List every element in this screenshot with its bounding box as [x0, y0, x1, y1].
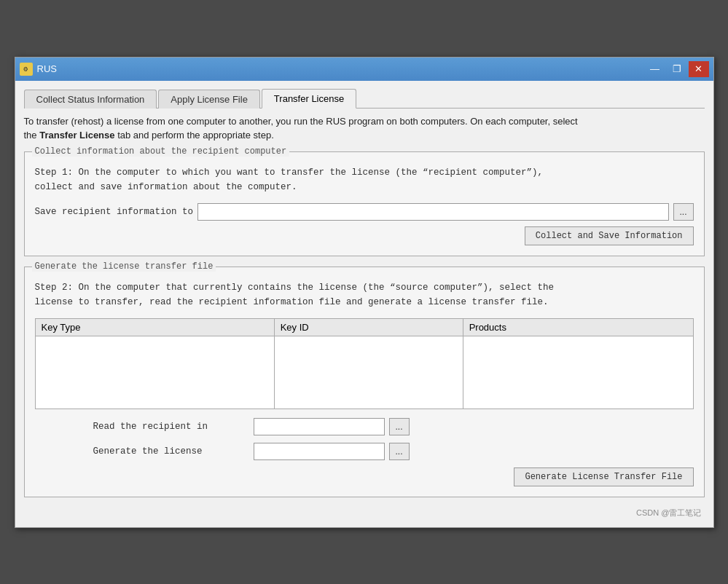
generate-transfer-btn-row: Generate License Transfer File: [35, 467, 694, 486]
tab-transfer-license[interactable]: Transfer License: [262, 89, 356, 108]
tab-bar: Collect Status Information Apply License…: [24, 88, 705, 108]
generate-license-label: Generate the license: [93, 446, 254, 457]
save-recipient-browse-btn[interactable]: ...: [673, 203, 694, 221]
read-recipient-browse-btn[interactable]: ...: [389, 418, 410, 435]
description-bold: Transfer License: [39, 130, 114, 141]
window-title: RUS: [37, 63, 57, 74]
collect-save-button[interactable]: Collect and Save Information: [525, 226, 694, 245]
generate-license-input[interactable]: [254, 443, 385, 460]
col-key-type: Key Type: [35, 318, 274, 336]
step1-text: Step 1: On the computer to which you wan…: [35, 165, 694, 194]
description-text: To transfer (rehost) a license from one …: [24, 114, 705, 143]
collect-btn-row: Collect and Save Information: [35, 226, 694, 245]
save-recipient-row: Save recipient information to ...: [35, 203, 694, 221]
generate-license-row: Generate the license ...: [35, 443, 694, 460]
read-recipient-input[interactable]: [254, 418, 385, 435]
minimize-button[interactable]: —: [645, 61, 665, 77]
restore-button[interactable]: ❐: [667, 61, 687, 77]
title-bar: ⚙ RUS — ❐ ✕: [15, 58, 713, 81]
collect-info-section: Collect information about the recipient …: [24, 151, 705, 256]
description-line3: tab and perform the appropriate step.: [115, 130, 274, 141]
title-bar-left: ⚙ RUS: [20, 63, 57, 76]
empty-cell-3: [463, 336, 693, 409]
license-table: Key Type Key ID Products: [35, 318, 694, 409]
tab-apply-license[interactable]: Apply License File: [158, 90, 260, 108]
collect-info-legend: Collect information about the recipient …: [32, 146, 290, 157]
generate-legend: Generate the license transfer file: [32, 261, 216, 272]
col-key-id: Key ID: [274, 318, 463, 336]
app-icon: ⚙: [20, 63, 33, 76]
main-window: ⚙ RUS — ❐ ✕ Collect Status Information A…: [15, 57, 714, 528]
save-recipient-input[interactable]: [197, 203, 668, 221]
close-button[interactable]: ✕: [689, 61, 709, 77]
col-products: Products: [463, 318, 693, 336]
empty-cell-2: [274, 336, 463, 409]
step2-text: Step 2: On the computer that currently c…: [35, 280, 694, 309]
table-empty-row: [35, 336, 693, 409]
empty-cell-1: [35, 336, 274, 409]
read-recipient-label: Read the recipient in: [93, 422, 254, 432]
read-recipient-row: Read the recipient in ...: [35, 418, 694, 435]
save-recipient-label: Save recipient information to: [35, 207, 194, 217]
generate-license-browse-btn[interactable]: ...: [389, 443, 410, 460]
window-body: Collect Status Information Apply License…: [15, 81, 713, 527]
watermark: CSDN @雷工笔记: [24, 508, 705, 518]
description-line1: To transfer (rehost) a license from one …: [24, 116, 578, 127]
description-line2: the: [24, 130, 40, 141]
tab-collect-status[interactable]: Collect Status Information: [24, 90, 157, 108]
title-bar-controls: — ❐ ✕: [645, 61, 709, 77]
generate-transfer-button[interactable]: Generate License Transfer File: [514, 467, 693, 486]
generate-section: Generate the license transfer file Step …: [24, 267, 705, 497]
